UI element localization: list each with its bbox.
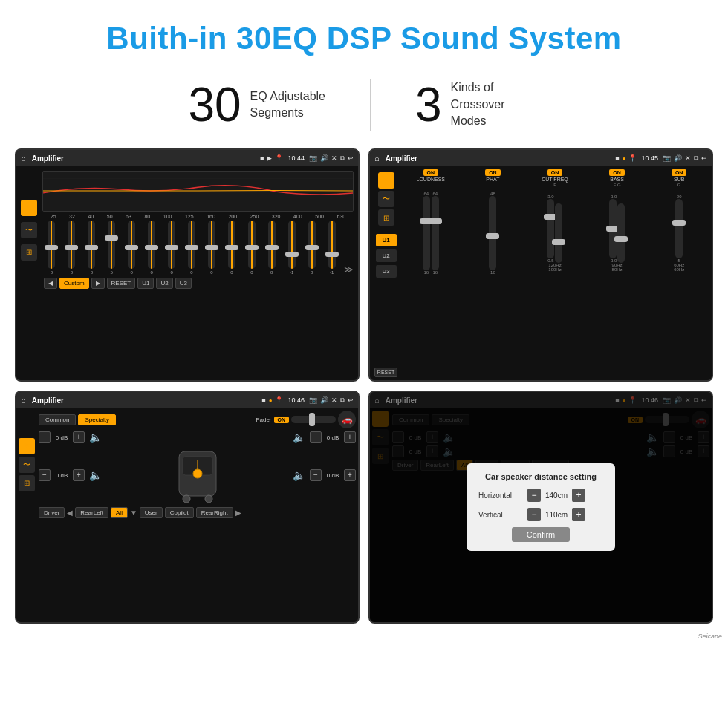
fader-track-8[interactable]	[208, 221, 215, 269]
cutfreq-on[interactable]: ON	[547, 169, 563, 176]
fader-slider[interactable]	[291, 416, 336, 423]
fader-handle-13[interactable]	[305, 245, 319, 250]
eq-tune-icon[interactable]: ⚙	[21, 200, 37, 216]
arrow-left-icon[interactable]: ◀	[67, 509, 73, 517]
fader-handle-0[interactable]	[45, 245, 58, 250]
fader-track-2[interactable]	[88, 221, 95, 269]
crossover-wave-icon[interactable]: 〜	[378, 191, 394, 207]
arrow-right-icon[interactable]: ▶	[235, 509, 241, 517]
fader-handle-7[interactable]	[185, 245, 198, 250]
fader-track-6[interactable]	[168, 221, 175, 269]
expand-icon[interactable]: ⊞	[21, 244, 37, 261]
rear-left-btn[interactable]: RearLeft	[75, 507, 108, 518]
eq-u2-btn[interactable]: U2	[156, 278, 172, 289]
horizontal-plus-btn[interactable]: +	[572, 489, 585, 502]
loudness-fader1[interactable]	[423, 196, 430, 270]
crossover-expand-icon[interactable]: ⊞	[378, 209, 394, 226]
copilot-btn[interactable]: Copilot	[165, 507, 194, 518]
window-icon-3[interactable]: ⧉	[340, 396, 345, 405]
fader-track-4[interactable]	[128, 221, 135, 269]
arrow-down-icon[interactable]: ▼	[130, 509, 137, 517]
cutfreq-fader2[interactable]	[555, 203, 562, 263]
home-icon[interactable]: ⌂	[21, 154, 26, 163]
fader-handle-14[interactable]	[325, 252, 339, 257]
back-icon-2[interactable]: ↩	[701, 154, 707, 162]
u3-preset-btn[interactable]: U3	[376, 265, 397, 278]
fader-track-9[interactable]	[228, 221, 235, 269]
speaker-wave-icon[interactable]: 〜	[19, 457, 35, 473]
zone1-minus-btn[interactable]: −	[39, 431, 51, 443]
home-icon-2[interactable]: ⌂	[374, 154, 380, 163]
confirm-button[interactable]: Confirm	[512, 527, 571, 542]
user-btn[interactable]: User	[140, 507, 163, 518]
bass-on[interactable]: ON	[609, 169, 625, 176]
vertical-minus-btn[interactable]: −	[527, 508, 541, 521]
back-icon[interactable]: ↩	[348, 154, 354, 162]
crossover-tune-icon[interactable]: ⚙	[378, 172, 394, 189]
phat-fader[interactable]	[489, 196, 496, 270]
fader-handle-8[interactable]	[205, 245, 218, 250]
bass-fader1[interactable]	[609, 199, 617, 258]
fader-track-10[interactable]	[248, 221, 256, 269]
zone2-plus-btn[interactable]: +	[344, 431, 356, 443]
eq-custom-btn[interactable]: Custom	[59, 278, 89, 289]
zone1-plus-btn[interactable]: +	[73, 431, 85, 443]
speaker-tune-icon[interactable]: ⚙	[19, 438, 35, 454]
vertical-plus-btn[interactable]: +	[572, 508, 585, 521]
fader-track-0[interactable]	[48, 221, 55, 269]
phat-on[interactable]: ON	[485, 169, 501, 176]
driver-btn[interactable]: Driver	[39, 507, 65, 518]
fader-handle-11[interactable]	[265, 245, 279, 250]
all-btn[interactable]: All	[111, 507, 128, 518]
fader-track-12[interactable]	[288, 221, 296, 269]
home-icon-3[interactable]: ⌂	[21, 396, 26, 405]
eq-u1-btn[interactable]: U1	[137, 278, 154, 289]
rear-right-btn[interactable]: RearRight	[196, 507, 233, 518]
fader-track-3[interactable]	[108, 221, 115, 269]
loudness-on[interactable]: ON	[423, 169, 439, 176]
speaker-expand-icon[interactable]: ⊞	[19, 475, 35, 491]
crossover-reset-btn[interactable]: RESET	[374, 368, 397, 377]
zone3-minus-btn[interactable]: −	[39, 469, 51, 481]
fader-handle-5[interactable]	[145, 245, 158, 250]
window-icon[interactable]: ⧉	[340, 154, 345, 163]
fader-track-7[interactable]	[188, 221, 195, 269]
fader-handle-10[interactable]	[245, 245, 259, 250]
waveform-icon[interactable]: 〜	[21, 222, 37, 238]
close-icon-2[interactable]: ✕	[685, 154, 691, 162]
common-tab[interactable]: Common	[39, 414, 76, 425]
eq-prev-btn[interactable]: ◀	[44, 278, 57, 289]
fader-handle-3[interactable]	[105, 235, 118, 241]
zone4-plus-btn[interactable]: +	[344, 469, 356, 481]
fader-track-5[interactable]	[148, 221, 155, 269]
u2-preset-btn[interactable]: U2	[376, 249, 397, 262]
fader-on-toggle[interactable]: ON	[274, 417, 290, 423]
fader-handle-9[interactable]	[225, 245, 238, 250]
back-icon-3[interactable]: ↩	[348, 396, 354, 404]
fader-track-11[interactable]	[268, 221, 276, 269]
eq-reset-btn[interactable]: RESET	[107, 278, 136, 289]
close-icon[interactable]: ✕	[331, 154, 337, 162]
fader-handle-4[interactable]	[125, 245, 138, 250]
loudness-fader2[interactable]	[432, 196, 439, 270]
fader-handle-1[interactable]	[65, 245, 78, 250]
fader-handle-12[interactable]	[285, 252, 299, 257]
close-icon-3[interactable]: ✕	[331, 396, 337, 404]
fader-track-13[interactable]	[308, 221, 316, 269]
fader-track-14[interactable]	[328, 221, 336, 269]
window-icon-2[interactable]: ⧉	[694, 154, 698, 163]
eq-play-btn[interactable]: ▶	[91, 278, 105, 289]
zone4-minus-btn[interactable]: −	[310, 469, 322, 481]
sub-on[interactable]: ON	[672, 169, 687, 176]
sub-fader[interactable]	[675, 199, 683, 258]
eq-u3-btn[interactable]: U3	[175, 278, 192, 289]
cutfreq-fader1[interactable]	[547, 199, 554, 258]
zone2-minus-btn[interactable]: −	[310, 431, 322, 443]
horizontal-minus-btn[interactable]: −	[527, 489, 541, 502]
fader-track-1[interactable]	[68, 221, 75, 269]
fader-handle-2[interactable]	[85, 245, 98, 250]
zone3-plus-btn[interactable]: +	[73, 469, 85, 481]
bass-fader2[interactable]	[617, 203, 625, 263]
u1-preset-btn[interactable]: U1	[376, 234, 397, 246]
specialty-tab[interactable]: Specialty	[78, 414, 115, 425]
